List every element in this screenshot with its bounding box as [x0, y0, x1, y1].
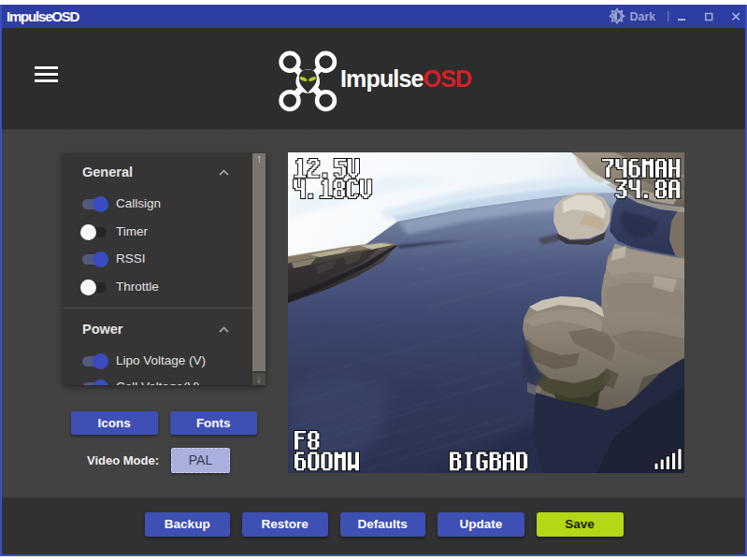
svg-text:Dark: Dark	[630, 10, 656, 23]
svg-text:ImpulseOSD: ImpulseOSD	[340, 65, 471, 92]
